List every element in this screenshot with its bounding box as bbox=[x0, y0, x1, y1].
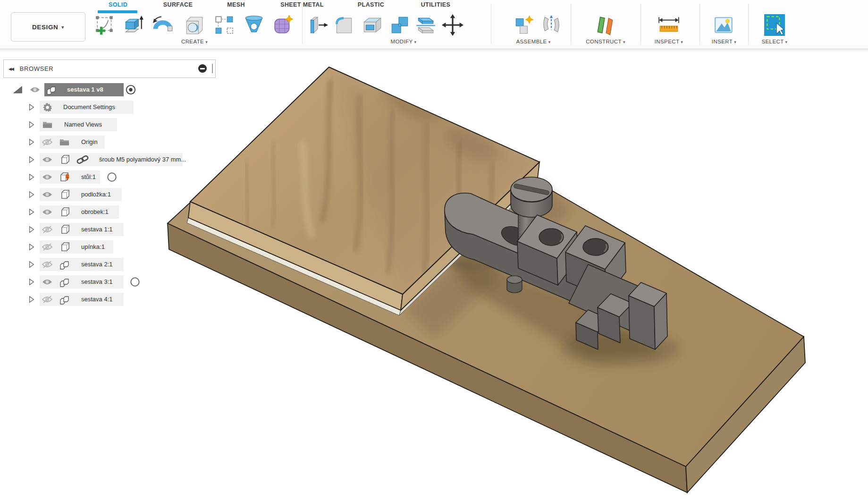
fusion360-window: DESIGN ▾ SOLID SURFACE MESH SHEET METAL … bbox=[0, 0, 868, 502]
split-body-icon[interactable] bbox=[414, 14, 436, 36]
tree-item-label: obrobek:1 bbox=[81, 208, 109, 215]
panel-grip[interactable] bbox=[212, 64, 213, 73]
eye-visible-icon[interactable] bbox=[42, 191, 53, 198]
toolbar-divider bbox=[491, 4, 491, 44]
main-toolbar: DESIGN ▾ SOLID SURFACE MESH SHEET METAL … bbox=[0, 0, 868, 49]
expand-icon[interactable] bbox=[28, 191, 35, 198]
expand-icon[interactable] bbox=[28, 243, 35, 251]
browser-header[interactable]: ◀◀ BROWSER bbox=[3, 60, 216, 78]
minimize-icon[interactable] bbox=[198, 64, 207, 73]
chevron-down-icon: ▾ bbox=[623, 40, 625, 44]
construct-plane-icon[interactable] bbox=[594, 14, 615, 36]
tree-item-stul-1[interactable]: stůl:1 bbox=[0, 170, 217, 184]
eye-visible-icon[interactable] bbox=[29, 86, 41, 94]
component-icon bbox=[46, 85, 57, 95]
extrude-icon[interactable] bbox=[123, 14, 144, 36]
expand-open-icon[interactable] bbox=[13, 85, 23, 94]
tree-item-obrobek-1[interactable]: obrobek:1 bbox=[0, 205, 217, 219]
eye-hidden-icon[interactable] bbox=[42, 296, 53, 303]
collapse-browser-icon[interactable]: ◀◀ bbox=[8, 67, 13, 71]
group-label-construct[interactable]: CONSTRUCT▾ bbox=[586, 39, 625, 44]
insert-image-icon[interactable] bbox=[713, 14, 734, 36]
expand-icon[interactable] bbox=[28, 173, 35, 181]
tab-surface[interactable]: SURFACE bbox=[163, 1, 193, 8]
tab-mesh[interactable]: MESH bbox=[227, 1, 245, 8]
group-label-modify[interactable]: MODIFY▾ bbox=[390, 39, 416, 44]
eye-visible-icon[interactable] bbox=[42, 278, 53, 286]
create-form-icon[interactable] bbox=[272, 14, 294, 36]
eye-visible-icon[interactable] bbox=[42, 173, 53, 181]
expand-icon[interactable] bbox=[28, 103, 35, 111]
chevron-down-icon: ▾ bbox=[414, 40, 417, 44]
eye-hidden-icon[interactable] bbox=[42, 261, 53, 268]
active-tab-underline bbox=[98, 10, 137, 13]
component-icon bbox=[59, 259, 70, 270]
group-label-create[interactable]: CREATE▾ bbox=[181, 39, 208, 44]
expand-icon[interactable] bbox=[28, 278, 35, 286]
toolbar-divider bbox=[302, 4, 303, 44]
chevron-down-icon: ▾ bbox=[734, 40, 736, 44]
component-icon bbox=[59, 294, 70, 305]
selection-circle-icon[interactable] bbox=[107, 172, 117, 182]
activate-component-radio[interactable] bbox=[126, 85, 136, 95]
pattern-icon[interactable] bbox=[213, 14, 235, 36]
new-component-icon[interactable] bbox=[513, 14, 535, 36]
gear-icon bbox=[42, 102, 52, 112]
tab-solid[interactable]: SOLID bbox=[109, 1, 127, 8]
tree-item-sestava-2-1[interactable]: sestava 2:1 bbox=[0, 257, 217, 272]
hole-icon[interactable] bbox=[184, 14, 205, 36]
tree-item-sroub-m5[interactable]: šroub M5 polyamidový 37 mm... bbox=[0, 153, 217, 167]
body-icon bbox=[60, 154, 70, 164]
shell-icon[interactable] bbox=[361, 14, 383, 36]
tree-item-sestava-4-1[interactable]: sestava 4:1 bbox=[0, 292, 217, 306]
tree-item-label: šroub M5 polyamidový 37 mm... bbox=[99, 156, 186, 163]
eye-hidden-icon[interactable] bbox=[42, 138, 53, 146]
tree-item-origin[interactable]: Origin bbox=[0, 135, 217, 149]
joint-icon[interactable] bbox=[540, 14, 562, 36]
design-menu-button[interactable]: DESIGN ▾ bbox=[11, 12, 85, 42]
tree-item-named-views[interactable]: Named Views bbox=[0, 118, 217, 132]
tree-item-label: podložka:1 bbox=[81, 191, 111, 198]
create-sketch-icon[interactable] bbox=[94, 14, 116, 36]
eye-hidden-icon[interactable] bbox=[42, 226, 53, 233]
expand-icon[interactable] bbox=[28, 121, 35, 128]
eye-visible-icon[interactable] bbox=[42, 208, 53, 216]
move-copy-icon[interactable] bbox=[442, 14, 463, 36]
chevron-down-icon: ▾ bbox=[785, 40, 788, 44]
thread-icon[interactable] bbox=[243, 14, 265, 36]
group-label-inspect[interactable]: INSPECT▾ bbox=[655, 39, 683, 44]
folder-icon bbox=[59, 138, 69, 146]
group-label-insert[interactable]: INSERT▾ bbox=[712, 39, 736, 44]
tree-item-sestava-1-1[interactable]: sestava 1:1 bbox=[0, 222, 217, 237]
eye-hidden-icon[interactable] bbox=[42, 243, 53, 251]
press-pull-icon[interactable] bbox=[307, 14, 329, 36]
pin-icon bbox=[64, 174, 71, 181]
tree-item-podlozka-1[interactable]: podložka:1 bbox=[0, 187, 217, 202]
toolbar-divider bbox=[748, 4, 749, 44]
fillet-icon[interactable] bbox=[333, 14, 354, 36]
eye-visible-icon[interactable] bbox=[42, 156, 53, 163]
measure-icon[interactable] bbox=[658, 14, 680, 36]
tree-item-sestava-3-1[interactable]: sestava 3:1 bbox=[0, 275, 217, 289]
revolve-icon[interactable] bbox=[152, 14, 174, 36]
select-icon[interactable] bbox=[764, 14, 785, 36]
tree-item-upinka-1[interactable]: upínka:1 bbox=[0, 240, 217, 254]
tab-utilities[interactable]: UTILITIES bbox=[421, 1, 451, 8]
combine-icon[interactable] bbox=[389, 14, 411, 36]
selection-circle-icon[interactable] bbox=[130, 277, 140, 287]
expand-icon[interactable] bbox=[28, 138, 35, 146]
group-label-select[interactable]: SELECT▾ bbox=[761, 39, 787, 44]
tree-item-document-settings[interactable]: Document Settings bbox=[0, 100, 217, 114]
expand-icon[interactable] bbox=[28, 261, 35, 268]
expand-icon[interactable] bbox=[28, 208, 35, 216]
chevron-down-icon: ▾ bbox=[205, 40, 208, 44]
component-icon bbox=[59, 277, 70, 287]
tree-item-root-sestava-1-v8[interactable]: sestava 1 v8 bbox=[0, 83, 217, 97]
chevron-down-icon: ▾ bbox=[61, 25, 64, 30]
group-label-assemble[interactable]: ASSEMBLE▾ bbox=[516, 39, 550, 44]
tab-plastic[interactable]: PLASTIC bbox=[358, 1, 384, 8]
expand-icon[interactable] bbox=[28, 156, 35, 163]
expand-icon[interactable] bbox=[28, 296, 35, 303]
tree-item-label: Named Views bbox=[64, 121, 102, 128]
expand-icon[interactable] bbox=[28, 226, 35, 233]
